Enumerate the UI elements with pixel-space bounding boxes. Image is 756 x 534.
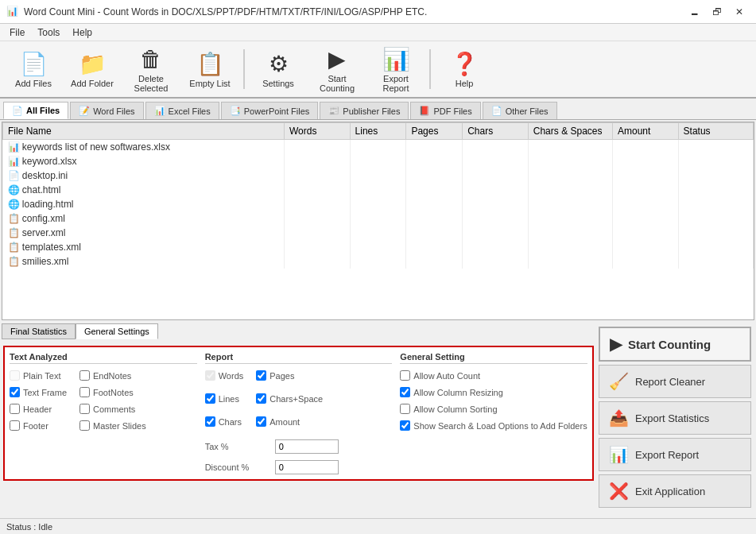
export-statistics-button[interactable]: 📤 Export Statistics — [599, 401, 751, 435]
final-statistics-tab[interactable]: Final Statistics — [2, 323, 76, 339]
minimize-button[interactable]: 🗕 — [684, 4, 705, 20]
header-checkbox[interactable] — [10, 404, 20, 414]
file-chars-cell — [463, 254, 529, 269]
export-report-toolbar-button[interactable]: 📊 Export Report — [367, 44, 425, 94]
table-row[interactable]: 🌐 loading.html — [3, 197, 754, 211]
tab-word-files[interactable]: 📝 Word Files — [70, 102, 143, 119]
file-chars-cell — [463, 168, 529, 183]
col-header-pages: Pages — [406, 123, 463, 140]
file-lines-cell — [350, 226, 406, 240]
tab-pdf-files-label: PDF Files — [433, 106, 471, 116]
footnotes-checkbox[interactable] — [79, 387, 90, 397]
menu-help[interactable]: Help — [66, 25, 99, 40]
file-name-cell: 🌐 loading.html — [3, 197, 285, 211]
table-row[interactable]: 📋 server.xml — [3, 226, 754, 240]
tab-other-files-label: Other Files — [506, 106, 549, 116]
lines-checkbox[interactable] — [205, 393, 215, 404]
file-icon: 📋 — [8, 213, 20, 224]
general-settings-tab[interactable]: General Settings — [76, 323, 158, 339]
export-report-button[interactable]: 📊 Export Report — [599, 438, 751, 471]
footer-checkbox[interactable] — [10, 420, 20, 431]
file-pages-cell — [406, 168, 463, 183]
tab-excel-files[interactable]: 📊 Excel Files — [145, 102, 219, 119]
tab-publisher-files[interactable]: 📰 Publisher Files — [320, 102, 409, 119]
file-charssp-cell — [528, 211, 612, 226]
file-icon: 📋 — [8, 227, 20, 238]
report-checkboxes: Words Lines Chars — [205, 370, 393, 433]
close-button[interactable]: ✕ — [729, 4, 750, 20]
endnotes-checkbox[interactable] — [79, 370, 90, 381]
app-icon: 📊 — [6, 6, 19, 18]
pages-checkbox[interactable] — [256, 370, 266, 381]
words-checkbox[interactable] — [205, 370, 215, 381]
file-charssp-cell — [528, 240, 612, 254]
file-pages-cell — [406, 226, 463, 240]
file-lines-cell — [350, 197, 406, 211]
delete-selected-button[interactable]: 🗑 Delete Selected — [122, 44, 180, 94]
tab-all-files[interactable]: 📄 All Files — [3, 102, 68, 119]
maximize-button[interactable]: 🗗 — [707, 4, 727, 20]
text-frame-checkbox[interactable] — [10, 387, 20, 397]
file-pages-cell — [406, 140, 463, 155]
file-words-cell — [285, 226, 351, 240]
tax-label: Tax % — [205, 442, 269, 451]
add-files-button[interactable]: 📄 Add Files — [5, 44, 62, 94]
amount-checkbox[interactable] — [256, 416, 266, 427]
menu-file[interactable]: File — [3, 25, 31, 40]
export-report-toolbar-label: Export Report — [371, 74, 421, 93]
chars-checkbox[interactable] — [205, 416, 215, 427]
report-cleaner-button[interactable]: 🧹 Report Cleaner — [599, 365, 751, 398]
file-name-cell: 📊 keyword.xlsx — [3, 154, 285, 168]
menu-tools[interactable]: Tools — [31, 25, 66, 40]
allow-column-sorting-checkbox[interactable] — [400, 404, 410, 414]
exit-application-button[interactable]: ❌ Exit Application — [599, 474, 751, 508]
file-tab-bar: 📄 All Files 📝 Word Files 📊 Excel Files 📑… — [0, 99, 756, 120]
table-row[interactable]: 📄 desktop.ini — [3, 168, 754, 183]
file-words-cell — [285, 254, 351, 269]
show-search-checkbox[interactable] — [400, 420, 410, 431]
tax-input[interactable] — [275, 439, 339, 454]
settings-button[interactable]: ⚙ Settings — [250, 44, 307, 94]
master-slides-checkbox[interactable] — [79, 420, 90, 431]
help-icon: ❓ — [451, 51, 479, 77]
table-row[interactable]: 🌐 chat.html — [3, 183, 754, 197]
text-analyzed-col: Text Analyzed Plain Text Text Frame — [10, 352, 197, 474]
chars-space-item: Chars+Space — [256, 393, 323, 404]
settings-label: Settings — [262, 79, 294, 88]
text-analyzed-title: Text Analyzed — [10, 352, 197, 364]
table-row[interactable]: 📊 keyword.xlsx — [3, 154, 754, 168]
start-counting-button[interactable]: ▶ Start Counting — [599, 327, 751, 362]
export-statistics-icon: 📤 — [609, 408, 629, 428]
table-row[interactable]: 📋 config.xml — [3, 211, 754, 226]
start-counting-toolbar-button[interactable]: ▶ Start Counting — [308, 44, 366, 94]
empty-list-button[interactable]: 📋 Empty List — [181, 44, 238, 94]
file-charssp-cell — [528, 197, 612, 211]
settings-panel: Text Analyzed Plain Text Text Frame — [3, 346, 594, 481]
table-row[interactable]: 📋 templates.xml — [3, 240, 754, 254]
tab-powerpoint-files-label: PowerPoint Files — [244, 106, 310, 116]
allow-column-resizing-checkbox[interactable] — [400, 387, 410, 397]
export-report-icon: 📊 — [382, 46, 410, 72]
comments-checkbox[interactable] — [79, 404, 90, 414]
file-lines-cell — [350, 211, 406, 226]
tab-publisher-icon: 📰 — [328, 106, 339, 116]
comments-item: Comments — [79, 404, 146, 414]
discount-input[interactable] — [275, 460, 339, 474]
add-folder-button[interactable]: 📁 Add Folder — [64, 44, 121, 94]
lines-label: Lines — [219, 394, 239, 404]
help-button[interactable]: ❓ Help — [436, 44, 493, 94]
col-header-filename: File Name — [3, 123, 285, 140]
table-row[interactable]: 📋 smilies.xml — [3, 254, 754, 269]
chars-space-checkbox[interactable] — [256, 393, 266, 404]
allow-auto-count-checkbox[interactable] — [400, 370, 410, 381]
tab-powerpoint-files[interactable]: 📑 PowerPoint Files — [221, 102, 319, 119]
table-row[interactable]: 📊 keywords list of new softwares.xlsx — [3, 140, 754, 155]
allow-column-sorting-label: Allow Column Sorting — [413, 404, 497, 414]
tab-pdf-files[interactable]: 📕 PDF Files — [410, 102, 480, 119]
file-icon: 📄 — [8, 170, 20, 181]
chars-space-label: Chars+Space — [269, 394, 323, 404]
help-label: Help — [456, 79, 474, 88]
file-status-cell — [678, 168, 753, 183]
plain-text-checkbox[interactable] — [10, 370, 20, 381]
tab-other-files[interactable]: 📄 Other Files — [483, 102, 557, 119]
